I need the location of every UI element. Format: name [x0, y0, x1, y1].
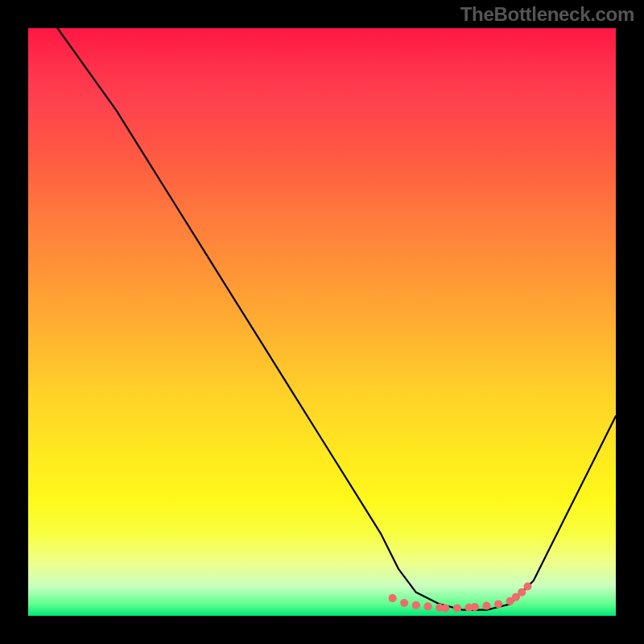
svg-point-17 [423, 602, 431, 610]
chart-container: TheBottleneck.com [0, 0, 644, 644]
chart-svg [28, 28, 616, 616]
svg-point-20 [453, 605, 461, 613]
svg-point-22 [471, 603, 479, 611]
bottleneck-curve [58, 28, 617, 610]
svg-point-19 [441, 605, 449, 613]
svg-point-16 [412, 601, 420, 609]
svg-point-23 [482, 602, 490, 610]
data-points [389, 583, 532, 613]
svg-point-24 [494, 600, 502, 608]
svg-point-14 [389, 594, 397, 602]
svg-point-27 [518, 588, 526, 597]
svg-point-28 [524, 583, 532, 591]
svg-point-15 [400, 599, 408, 607]
watermark-label: TheBottleneck.com [460, 3, 634, 26]
